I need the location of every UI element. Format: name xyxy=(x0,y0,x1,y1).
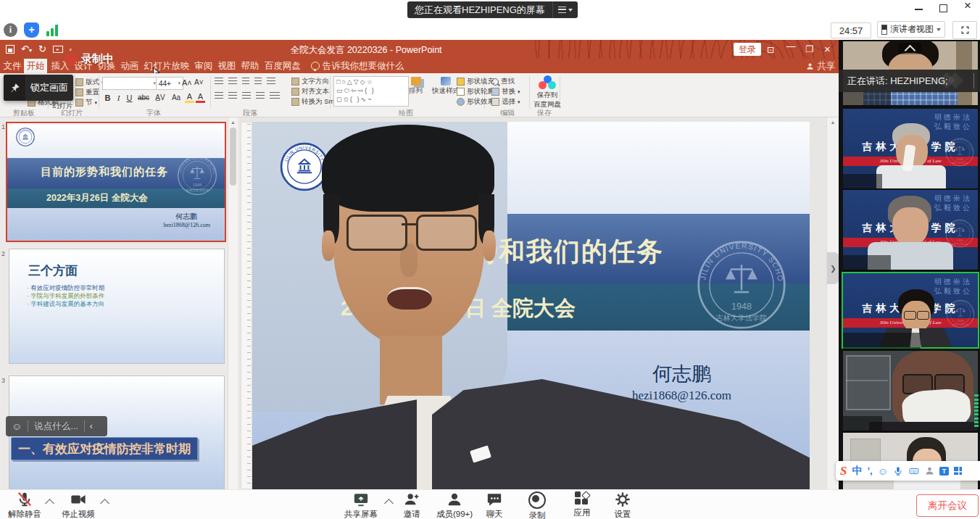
ppt-minimize-button[interactable]: — xyxy=(786,41,796,51)
panel-scrollbar[interactable]: ▲ xyxy=(228,117,238,489)
highlight-button[interactable]: A xyxy=(185,92,194,103)
view-mode-dropdown[interactable]: 演讲者视图 xyxy=(877,21,945,38)
ppt-share-button[interactable]: 共享 xyxy=(806,59,835,73)
shape-outline-button[interactable]: 形状轮廓 xyxy=(457,87,494,96)
collapse-tiles-button[interactable] xyxy=(898,43,921,54)
bold-button[interactable]: B xyxy=(103,94,112,102)
chat-input-placeholder[interactable]: 说点什么... xyxy=(28,420,83,433)
shape-effects-button[interactable]: 形状效果 xyxy=(457,97,494,107)
shield-protect-icon[interactable]: + xyxy=(24,22,39,38)
canvas-scrollbar[interactable]: ▲ xyxy=(826,117,839,489)
punctuation-icon[interactable]: ’, xyxy=(867,465,872,476)
unmute-button[interactable]: 解除静音 xyxy=(4,491,45,519)
tab-help[interactable]: 帮助 xyxy=(240,59,260,73)
quick-styles-button[interactable]: 快速样式 xyxy=(432,77,460,95)
chinese-mode-icon[interactable]: 中 xyxy=(852,465,862,478)
indent-decrease-icon[interactable] xyxy=(242,78,249,84)
fullscreen-button[interactable] xyxy=(952,21,977,39)
chat-button[interactable]: 聊天 xyxy=(480,491,509,519)
text-direction-button[interactable]: 文字方向 xyxy=(291,77,329,86)
ppt-close-button[interactable]: × xyxy=(824,43,831,55)
chat-collapse-icon[interactable]: ‹ xyxy=(85,421,98,431)
select-button[interactable]: 选择▾ xyxy=(491,97,520,107)
reset-icon xyxy=(75,88,83,96)
slide-thumbnail-1[interactable]: 目前的形势和我们的任务 2022年3月26日 全院大会 何志鹏 hezi1868… xyxy=(6,122,226,242)
underline-button[interactable]: U xyxy=(125,94,134,102)
voice-input-icon[interactable] xyxy=(893,466,903,476)
tell-me-box[interactable]: 告诉我你想要做什么 xyxy=(308,59,407,73)
tab-review[interactable]: 审阅 xyxy=(194,59,214,73)
record-circle-icon xyxy=(528,491,546,509)
indent-increase-icon[interactable] xyxy=(254,78,262,84)
line-spacing-icon[interactable] xyxy=(267,78,275,84)
account-icon[interactable] xyxy=(925,466,934,476)
character-spacing-button[interactable]: A̲V xyxy=(153,94,167,101)
bullets-icon[interactable] xyxy=(215,78,223,84)
meeting-timer: 24:57 xyxy=(831,22,871,38)
quick-chat-bar[interactable]: ☺ 说点什么... ‹ xyxy=(6,416,107,436)
shape-fill-button[interactable]: 形状填充 xyxy=(457,77,494,86)
skin-theme-icon[interactable]: T xyxy=(939,467,949,476)
tab-animations[interactable]: 动画 xyxy=(120,59,140,73)
tile6-window xyxy=(850,439,881,462)
window-maximize-button[interactable] xyxy=(939,3,947,12)
invite-button[interactable]: 邀请 xyxy=(397,491,426,519)
tab-file[interactable]: 文件 xyxy=(2,59,22,73)
ribbon-display-options-icon[interactable]: ⊡ xyxy=(767,44,774,55)
presenter-video-stage[interactable]: 目前的形势和我们的任务 2022年3月26日 全院大会 何志鹏 hezi1868… xyxy=(252,122,810,489)
slide-thumbnail-2[interactable]: 三个方面 · 有效应对疫情防控非常时期 · 学院与学科发展的外部条件 · 学科建… xyxy=(9,249,225,364)
layout-button[interactable]: 版式▾ xyxy=(75,78,104,87)
window-close-button[interactable]: × xyxy=(964,1,971,11)
italic-button[interactable]: I xyxy=(114,94,123,102)
ppt-maximize-button[interactable]: ❐ xyxy=(805,43,813,54)
tab-view[interactable]: 视图 xyxy=(217,59,237,73)
emoji-icon[interactable]: ☺ xyxy=(6,420,28,432)
network-signal-icon[interactable] xyxy=(46,25,58,36)
replace-button[interactable]: 替换▾ xyxy=(491,87,520,96)
layout-view-icon xyxy=(881,25,887,35)
reset-button[interactable]: 重置 xyxy=(75,88,99,97)
shrink-font-button[interactable]: A˅ xyxy=(194,78,204,86)
font-size-combo[interactable]: 44+▾ xyxy=(156,77,183,90)
sogou-input-toolbar[interactable]: S 中 ’, ☺ T xyxy=(836,461,980,481)
ppt-login-button[interactable]: 登录 xyxy=(734,43,761,56)
window-minimize-button[interactable] xyxy=(915,2,929,14)
soft-keyboard-icon[interactable] xyxy=(908,466,920,476)
columns-icon[interactable] xyxy=(270,92,280,99)
align-center-icon[interactable] xyxy=(228,92,237,99)
record-button[interactable]: 录制 xyxy=(523,491,552,519)
section-button[interactable]: 节▾ xyxy=(75,98,97,107)
save-to-baidu-button[interactable]: 保存到百度网盘 xyxy=(533,75,561,108)
emoji-icon[interactable]: ☺ xyxy=(878,465,888,477)
find-button[interactable]: 查找 xyxy=(491,77,515,86)
tab-baidu-netdisk[interactable]: 百度网盘 xyxy=(263,59,302,73)
tab-slideshow[interactable]: 幻灯片放映 xyxy=(143,59,191,73)
font-name-combo[interactable]: ▾ xyxy=(102,77,159,90)
settings-button[interactable]: 设置 xyxy=(608,491,637,519)
strikethrough-button[interactable]: abc xyxy=(136,94,151,101)
align-right-icon[interactable] xyxy=(242,92,251,99)
apps-button[interactable]: 应用 xyxy=(568,491,597,518)
tab-home[interactable]: 开始 xyxy=(24,59,47,73)
leave-meeting-button[interactable]: 离开会议 xyxy=(916,494,979,517)
arrange-button[interactable]: 排列 xyxy=(409,77,423,95)
toolbox-grid-icon[interactable] xyxy=(954,467,962,475)
banner-menu-button[interactable] xyxy=(552,1,578,18)
slide-number-3: 3 xyxy=(1,377,5,384)
stop-video-button[interactable]: 停止视频 xyxy=(58,491,99,519)
align-left-icon[interactable] xyxy=(215,92,223,99)
change-case-button[interactable]: Aa xyxy=(169,94,183,101)
shapes-gallery[interactable]: □○△▽◇☆▭⬭⇦⇨{ }◻✩( )∿~ xyxy=(333,76,409,107)
pin-screen-tooltip[interactable]: 锁定画面 xyxy=(4,75,73,101)
law-school-seal-icon xyxy=(946,299,975,328)
info-icon[interactable]: i xyxy=(4,23,17,37)
numbering-icon[interactable] xyxy=(228,78,237,84)
members-button[interactable]: 成员(99+) xyxy=(431,491,478,519)
presenter-ear-right xyxy=(483,231,496,261)
share-screen-button[interactable]: 共享屏幕 xyxy=(339,491,383,519)
align-text-button[interactable]: 对齐文本 xyxy=(291,87,329,96)
justify-icon[interactable] xyxy=(256,92,265,99)
grow-font-button[interactable]: A˄ xyxy=(182,78,192,87)
font-color-button[interactable]: A xyxy=(196,92,205,103)
sidebar-collapse-handle[interactable]: ❯ xyxy=(827,252,839,284)
